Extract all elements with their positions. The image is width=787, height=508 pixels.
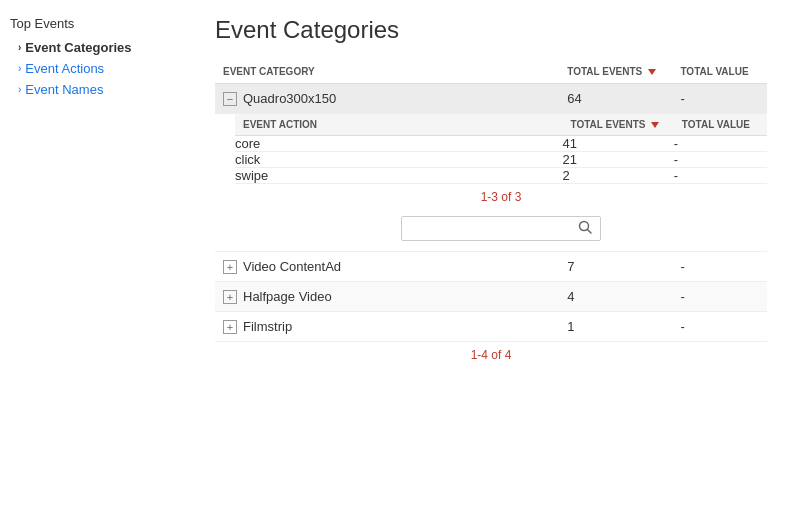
category-name: Filmstrip [243, 319, 292, 334]
inner-action-value: - [674, 152, 767, 168]
inner-table-row: core 41 - [235, 136, 767, 152]
chevron-icon: › [18, 42, 21, 53]
sidebar-item-event-names[interactable]: › Event Names [10, 79, 185, 100]
search-icon [578, 220, 592, 237]
category-name: Video ContentAd [243, 259, 341, 274]
search-box[interactable] [401, 216, 601, 241]
category-value-cell: - [672, 252, 767, 282]
inner-action-value: - [674, 168, 767, 184]
search-row [235, 210, 767, 251]
inner-action-value: - [674, 136, 767, 152]
category-events-cell: 1 [559, 312, 672, 342]
inner-action-name: click [235, 152, 562, 168]
col-header-total-value: TOTAL VALUE [672, 60, 767, 84]
category-events-cell: 7 [559, 252, 672, 282]
col-header-total-events[interactable]: TOTAL EVENTS [559, 60, 672, 84]
outer-pagination: 1-4 of 4 [215, 342, 767, 368]
category-value-cell: - [672, 312, 767, 342]
category-name: Halfpage Video [243, 289, 332, 304]
category-name-cell: − Quadro300x150 [215, 84, 559, 114]
table-row: + Video ContentAd 7 - [215, 252, 767, 282]
page-title: Event Categories [215, 16, 767, 44]
svg-line-1 [588, 230, 592, 234]
collapse-icon[interactable]: − [223, 92, 237, 106]
inner-col-header-event-action: EVENT ACTION [235, 114, 562, 136]
inner-action-events: 21 [562, 152, 673, 168]
inner-action-events: 41 [562, 136, 673, 152]
inner-table-row: swipe 2 - [235, 168, 767, 184]
expand-icon[interactable]: + [223, 320, 237, 334]
inner-action-events: 2 [562, 168, 673, 184]
category-name-cell: + Filmstrip [215, 312, 559, 342]
inner-table: EVENT ACTION TOTAL EVENTS TOTAL VALUE [235, 114, 767, 184]
col-header-event-category: EVENT CATEGORY [215, 60, 559, 84]
table-row: − Quadro300x150 64 - [215, 84, 767, 114]
sidebar-item-label: Event Categories [25, 40, 131, 55]
category-name-cell: + Video ContentAd [215, 252, 559, 282]
sort-arrow-icon [648, 69, 656, 75]
category-value-cell: - [672, 84, 767, 114]
inner-table-wrap: EVENT ACTION TOTAL EVENTS TOTAL VALUE [215, 114, 767, 251]
main-content: Event Categories EVENT CATEGORY TOTAL EV… [195, 0, 787, 508]
inner-pagination: 1-3 of 3 [235, 184, 767, 210]
chevron-icon: › [18, 63, 21, 74]
chevron-icon: › [18, 84, 21, 95]
outer-table: EVENT CATEGORY TOTAL EVENTS TOTAL VALUE [215, 60, 767, 342]
sidebar-item-label: Event Actions [25, 61, 104, 76]
sidebar-section-title: Top Events [10, 16, 185, 31]
expand-icon[interactable]: + [223, 260, 237, 274]
category-events-cell: 4 [559, 282, 672, 312]
expand-icon[interactable]: + [223, 290, 237, 304]
sidebar-item-event-actions[interactable]: › Event Actions [10, 58, 185, 79]
inner-table-row: click 21 - [235, 152, 767, 168]
category-name-cell: + Halfpage Video [215, 282, 559, 312]
inner-action-name: core [235, 136, 562, 152]
table-row: + Halfpage Video 4 - [215, 282, 767, 312]
category-name: Quadro300x150 [243, 91, 336, 106]
inner-sort-arrow-icon [651, 122, 659, 128]
search-input[interactable] [408, 221, 578, 236]
category-events-cell: 64 [559, 84, 672, 114]
inner-col-header-total-events[interactable]: TOTAL EVENTS [562, 114, 673, 136]
sidebar: Top Events › Event Categories › Event Ac… [0, 0, 195, 508]
inner-col-header-total-value: TOTAL VALUE [674, 114, 767, 136]
inner-action-name: swipe [235, 168, 562, 184]
sidebar-item-event-categories[interactable]: › Event Categories [10, 37, 185, 58]
table-row: + Filmstrip 1 - [215, 312, 767, 342]
inner-section-cell: EVENT ACTION TOTAL EVENTS TOTAL VALUE [215, 114, 767, 252]
inner-section: EVENT ACTION TOTAL EVENTS TOTAL VALUE [215, 114, 767, 252]
sidebar-item-label: Event Names [25, 82, 103, 97]
category-value-cell: - [672, 282, 767, 312]
